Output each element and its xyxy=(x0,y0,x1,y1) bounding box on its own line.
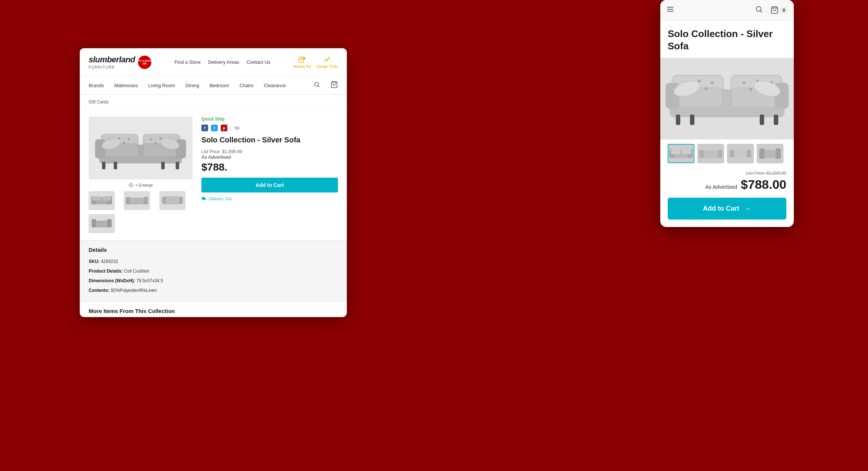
thumb-sofa-1 xyxy=(91,193,113,208)
pinterest-share-icon[interactable]: p xyxy=(221,125,227,131)
delivery-info[interactable]: Delivery Est. xyxy=(201,196,338,201)
svg-rect-80 xyxy=(718,150,722,158)
twitter-share-icon[interactable]: t xyxy=(211,125,218,131)
mobile-card: 0 Solo Collection - Silver Sofa xyxy=(660,0,794,227)
mobile-add-to-cart-button[interactable]: Add to Cart → xyxy=(668,198,786,220)
svg-rect-15 xyxy=(176,162,179,169)
mobile-search-icon[interactable] xyxy=(755,5,763,15)
svg-point-65 xyxy=(704,87,707,90)
delivery-icon xyxy=(201,196,207,201)
mobile-cart-area[interactable]: 0 xyxy=(770,6,788,14)
svg-rect-37 xyxy=(126,197,130,204)
sku-value: 4293232 xyxy=(101,259,118,264)
svg-point-20 xyxy=(123,142,125,144)
desktop-search-icon[interactable] xyxy=(313,81,320,89)
design-tools-icon xyxy=(323,56,331,64)
svg-rect-41 xyxy=(179,197,183,204)
weekly-ad-icon: % xyxy=(298,56,306,64)
menu-living-room[interactable]: Living Room xyxy=(148,83,175,88)
thumb-2[interactable] xyxy=(124,191,150,210)
list-price-label: List Price: xyxy=(201,149,221,154)
thumb-4[interactable] xyxy=(89,214,115,233)
brand-name: slumberland xyxy=(89,55,135,64)
svg-rect-79 xyxy=(699,150,704,158)
mobile-thumb-1[interactable] xyxy=(668,144,694,163)
svg-point-24 xyxy=(155,142,157,145)
svg-point-18 xyxy=(128,138,130,141)
svg-rect-35 xyxy=(103,196,111,201)
svg-rect-44 xyxy=(107,219,112,227)
details-title: Details xyxy=(89,247,338,253)
sofa-illustration xyxy=(92,120,189,176)
svg-point-22 xyxy=(160,137,162,139)
svg-rect-82 xyxy=(730,150,734,157)
share-label: Sh xyxy=(234,126,239,130)
thumb-sofa-3 xyxy=(161,193,184,208)
nav-contact-us[interactable]: Contact Us xyxy=(247,59,270,65)
menu-mattresses[interactable]: Mattresses xyxy=(114,83,138,88)
desktop-card: slumberland FURNITURE it's a good life. … xyxy=(80,48,347,317)
dimensions-label: Dimensions (WxDxH): xyxy=(89,278,135,283)
menu-clearance[interactable]: Clearance xyxy=(264,83,286,88)
mobile-thumb-icon-2 xyxy=(699,145,722,162)
mobile-cart-count: 0 xyxy=(780,7,788,14)
product-details-label: Product Details: xyxy=(89,269,123,274)
thumb-3[interactable] xyxy=(160,191,185,210)
nav-find-store[interactable]: Find a Store xyxy=(174,59,201,65)
product-section: + Enlarge xyxy=(80,109,347,240)
list-price-desktop: List Price: $1,699.99 xyxy=(201,149,338,154)
enlarge-button[interactable]: + Enlarge xyxy=(89,182,193,188)
gift-cards-link[interactable]: Gift Cards xyxy=(89,99,109,105)
as-advertised-label: As Advertised xyxy=(201,154,231,160)
thumb-1[interactable] xyxy=(89,191,115,210)
details-section: Details SKU: 4293232 Product Details: Co… xyxy=(80,240,347,303)
enlarge-label: + Enlarge xyxy=(135,183,153,187)
menu-bedroom[interactable]: Bedroom xyxy=(210,83,229,88)
design-tools-icon-item[interactable]: Design Tools xyxy=(317,56,338,69)
delivery-est: Est. xyxy=(226,197,233,201)
desktop-cart-icon[interactable] xyxy=(331,81,338,90)
mobile-add-to-cart-label: Add to Cart xyxy=(703,205,739,213)
detail-product-details: Product Details: Coil Cushion xyxy=(89,268,338,274)
detail-sku: SKU: 4293232 xyxy=(89,258,338,265)
social-icons: f t p | Sh xyxy=(201,125,338,131)
svg-rect-86 xyxy=(776,148,781,159)
mobile-as-advertised-label: As Advertised xyxy=(705,184,737,190)
svg-rect-13 xyxy=(114,162,117,169)
menu-brands[interactable]: Brands xyxy=(89,83,104,88)
product-info: Quick Ship f t p | Sh Solo Collection - … xyxy=(201,116,338,233)
svg-rect-59 xyxy=(760,115,764,125)
svg-point-21 xyxy=(150,138,152,141)
dimensions-value: 79.5x37x34.5 xyxy=(137,278,163,283)
contents-label: Contents: xyxy=(89,288,109,293)
mobile-thumb-4[interactable] xyxy=(757,144,783,163)
svg-rect-43 xyxy=(92,219,96,227)
desktop-menu: Brands Mattresses Living Room Dining Bed… xyxy=(80,76,347,95)
facebook-share-icon[interactable]: f xyxy=(201,125,208,131)
nav-icons: % Weekly Ad Design Tools xyxy=(293,56,338,69)
weekly-ad-icon-item[interactable]: % Weekly Ad xyxy=(293,56,311,69)
svg-rect-38 xyxy=(144,197,148,204)
menu-dining[interactable]: Dining xyxy=(185,83,199,88)
svg-rect-83 xyxy=(747,150,751,157)
mobile-thumb-2[interactable] xyxy=(697,144,724,163)
weekly-ad-label: Weekly Ad xyxy=(293,65,311,69)
quick-ship-badge: Quick Ship xyxy=(201,116,338,122)
product-details-value: Coil Cushion xyxy=(124,269,149,274)
desktop-header: slumberland FURNITURE it's a good life. … xyxy=(80,48,347,76)
mobile-thumb-3[interactable] xyxy=(727,144,754,163)
mobile-thumbnails xyxy=(660,139,794,168)
mobile-header: 0 xyxy=(660,0,794,20)
mobile-pricing: List Price: $1,699.99 As Advertised $788… xyxy=(660,168,794,198)
mobile-cart-icon xyxy=(770,6,779,14)
brand-subtitle: FURNITURE xyxy=(89,65,135,69)
mobile-menu-icon[interactable] xyxy=(666,5,674,15)
svg-rect-40 xyxy=(162,197,166,204)
svg-rect-58 xyxy=(690,115,694,125)
sale-price-desktop: $788. xyxy=(201,161,338,173)
search-icon xyxy=(755,5,763,13)
add-to-cart-desktop-button[interactable]: Add to Cart xyxy=(201,178,338,192)
share-divider: | xyxy=(230,125,231,131)
menu-chairs[interactable]: Chairs xyxy=(240,83,254,88)
nav-delivery-areas[interactable]: Delivery Areas xyxy=(208,59,239,65)
